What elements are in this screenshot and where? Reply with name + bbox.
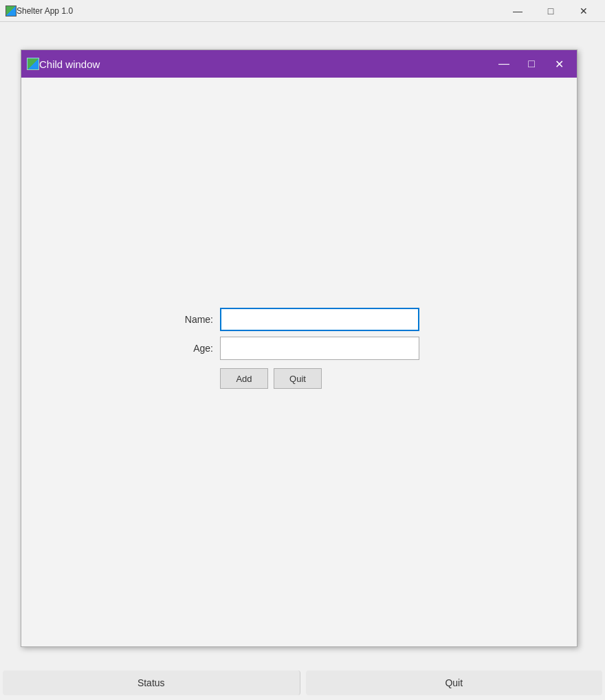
child-titlebar-controls: — □ ✕ — [492, 52, 571, 76]
child-app-icon — [27, 58, 39, 70]
name-label: Name: — [179, 314, 213, 325]
outer-content: Child window — □ ✕ Name: Ag — [0, 22, 605, 700]
child-content: Name: Age: Add Quit — [21, 78, 577, 646]
quit-button[interactable]: Quit — [274, 368, 322, 389]
child-close-button[interactable]: ✕ — [547, 52, 571, 76]
outer-close-button[interactable]: ✕ — [568, 0, 600, 22]
add-button[interactable]: Add — [220, 368, 268, 389]
child-window: Child window — □ ✕ Name: Ag — [21, 49, 578, 647]
outer-titlebar: Shelter App 1.0 — □ ✕ — [0, 0, 605, 22]
outer-maximize-button[interactable]: □ — [535, 0, 566, 22]
age-input[interactable] — [220, 337, 419, 360]
buttons-row: Add Quit — [220, 368, 419, 389]
form-container: Name: Age: Add Quit — [179, 308, 419, 389]
outer-window-title: Shelter App 1.0 — [16, 6, 502, 16]
child-titlebar: Child window — □ ✕ — [21, 50, 577, 78]
quit-label: Quit — [306, 670, 603, 695]
age-label: Age: — [179, 343, 213, 354]
outer-minimize-button[interactable]: — — [502, 0, 534, 22]
child-window-title: Child window — [39, 58, 492, 70]
child-maximize-button[interactable]: □ — [519, 52, 544, 76]
status-label: Status — [3, 670, 300, 695]
outer-app-icon — [6, 5, 16, 16]
outer-window: Shelter App 1.0 — □ ✕ Child window — □ ✕ — [0, 0, 605, 700]
age-row: Age: — [179, 337, 419, 360]
name-input[interactable] — [220, 308, 419, 331]
child-minimize-button[interactable]: — — [492, 52, 516, 76]
outer-titlebar-controls: — □ ✕ — [502, 0, 600, 22]
status-bar: Status Quit — [0, 666, 605, 700]
name-row: Name: — [179, 308, 419, 331]
